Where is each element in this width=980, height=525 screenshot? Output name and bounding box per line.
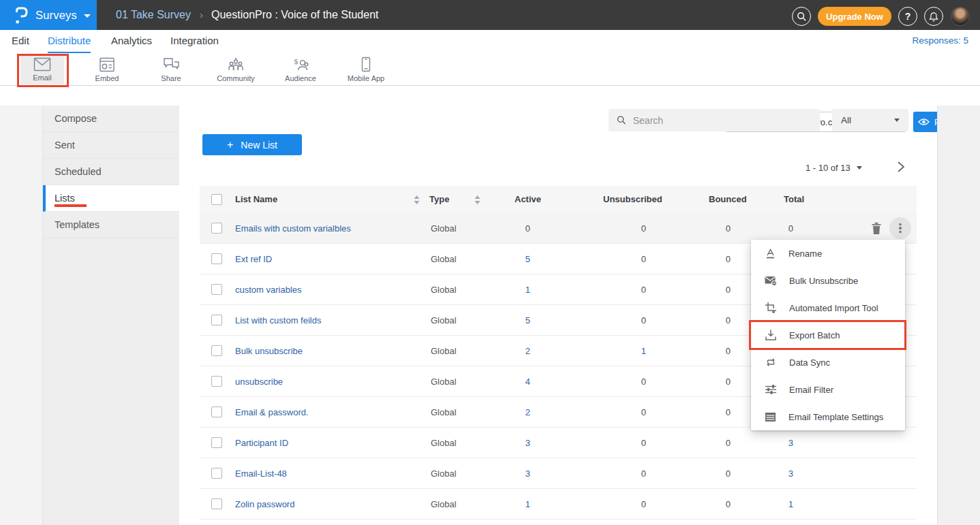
list-search-box xyxy=(609,109,820,131)
menu-item-data-sync[interactable]: Data Sync xyxy=(751,349,905,376)
channel-email[interactable]: Email xyxy=(20,54,64,84)
survey-section-tabs: Edit Distribute Analytics Integration Re… xyxy=(0,30,980,53)
channel-mobile-app[interactable]: Mobile App xyxy=(342,54,390,84)
menu-item-rename[interactable]: Rename xyxy=(751,240,905,267)
eye-icon xyxy=(918,118,930,126)
column-header-unsubscribed[interactable]: Unsubscribed xyxy=(603,186,662,213)
active-count: 0 xyxy=(493,213,530,244)
active-count[interactable]: 3 xyxy=(493,428,530,458)
channel-email-label: Email xyxy=(33,74,52,82)
row-checkbox[interactable] xyxy=(211,253,222,264)
bounced-count: 0 xyxy=(693,428,731,458)
list-name-link[interactable]: unsubscribe xyxy=(235,366,283,397)
questionpro-logo-icon xyxy=(14,6,29,25)
sidebar-item-scheduled[interactable]: Scheduled xyxy=(43,159,179,185)
active-count[interactable]: 5 xyxy=(493,244,530,274)
tab-analytics[interactable]: Analytics xyxy=(111,30,152,53)
tab-integration[interactable]: Integration xyxy=(170,30,219,53)
sidebar-item-compose[interactable]: Compose xyxy=(43,106,179,132)
list-name-link[interactable]: custom variables xyxy=(235,274,302,305)
email-template-settings-icon xyxy=(765,412,776,422)
upgrade-now-button[interactable]: Upgrade Now xyxy=(818,7,891,26)
list-name-link[interactable]: Zolin password xyxy=(235,489,294,520)
user-avatar[interactable] xyxy=(951,7,970,26)
column-header-bounced[interactable]: Bounced xyxy=(709,186,747,213)
plus-icon: + xyxy=(227,139,233,151)
notifications-button[interactable] xyxy=(924,7,943,26)
active-count[interactable]: 1 xyxy=(493,489,530,520)
column-header-active[interactable]: Active xyxy=(515,186,541,213)
list-name-link[interactable]: Bulk unsubscribe xyxy=(235,336,303,366)
sidebar-item-templates[interactable]: Templates xyxy=(43,212,179,238)
list-filter-value: All xyxy=(841,115,851,125)
unsubscribed-count: 0 xyxy=(609,244,646,274)
channel-embed-label: Embed xyxy=(95,74,119,82)
sort-icon[interactable] xyxy=(474,195,480,204)
active-count[interactable]: 2 xyxy=(493,397,530,428)
unsubscribed-count[interactable]: 1 xyxy=(609,336,646,366)
product-switcher[interactable]: Surveys xyxy=(0,0,97,30)
unsubscribed-count: 0 xyxy=(609,213,646,244)
channel-audience[interactable]: $ Audience xyxy=(279,54,322,84)
list-search-input[interactable] xyxy=(633,115,812,126)
global-search-button[interactable] xyxy=(792,7,811,26)
list-name-link[interactable]: Emails with custom varialbles xyxy=(235,213,351,244)
active-count[interactable]: 5 xyxy=(493,305,530,336)
new-list-button[interactable]: + New List xyxy=(202,134,302,155)
breadcrumb-survey-name[interactable]: 01 Take Survey xyxy=(116,0,191,30)
list-name-link[interactable]: Email & password. xyxy=(235,397,309,428)
list-type: Global xyxy=(431,397,457,428)
next-page-button[interactable] xyxy=(891,158,909,176)
row-checkbox[interactable] xyxy=(211,223,222,234)
menu-item-export-batch[interactable]: Export Batch xyxy=(751,321,905,349)
active-count[interactable]: 2 xyxy=(493,336,530,366)
list-filter-dropdown[interactable]: All xyxy=(832,109,908,131)
responses-count[interactable]: Responses: 5 xyxy=(912,30,968,52)
help-button[interactable]: ? xyxy=(898,7,917,26)
total-count[interactable]: 3 xyxy=(756,458,793,489)
sidebar-item-sent[interactable]: Sent xyxy=(43,132,179,159)
row-checkbox[interactable] xyxy=(211,407,222,417)
tab-distribute[interactable]: Distribute xyxy=(48,30,91,53)
list-name-link[interactable]: Email-List-48 xyxy=(235,458,287,489)
list-name-link[interactable]: Participant ID xyxy=(235,428,288,458)
select-all-checkbox[interactable] xyxy=(211,194,222,205)
total-count[interactable]: 1 xyxy=(756,489,793,520)
list-name-link[interactable]: List with custom feilds xyxy=(235,305,321,336)
row-checkbox[interactable] xyxy=(211,437,222,448)
sidebar-item-lists[interactable]: Lists xyxy=(43,185,179,212)
menu-item-automated-import-tool[interactable]: Automated Import Tool xyxy=(751,294,905,321)
new-list-label: New List xyxy=(241,140,277,150)
sidebar-item-sent-label: Sent xyxy=(55,140,75,150)
total-count[interactable]: 3 xyxy=(756,428,793,458)
row-actions-menu-button[interactable] xyxy=(889,217,911,239)
active-count[interactable]: 4 xyxy=(493,366,530,397)
row-checkbox[interactable] xyxy=(211,498,222,509)
app-screen: Surveys 01 Take Survey › QuestionPro : V… xyxy=(0,0,980,525)
pagination[interactable]: 1 - 10 of 13 xyxy=(806,161,862,174)
column-header-type[interactable]: Type xyxy=(429,186,449,213)
tab-edit[interactable]: Edit xyxy=(12,30,29,53)
active-count[interactable]: 3 xyxy=(493,458,530,489)
row-checkbox[interactable] xyxy=(211,376,222,387)
list-name-link[interactable]: Ext ref ID xyxy=(235,244,272,274)
channel-share[interactable]: Share xyxy=(149,54,193,84)
menu-item-bulk-unsubscribe[interactable]: Bulk Unsubscribe xyxy=(751,267,905,294)
active-count[interactable]: 1 xyxy=(493,274,530,305)
channel-embed[interactable]: Embed xyxy=(85,54,129,84)
channel-community[interactable]: Community xyxy=(214,54,258,84)
unsubscribed-count: 0 xyxy=(609,305,646,336)
table-header-row: List Name Type Active Unsubscribed Bounc… xyxy=(200,186,917,213)
column-header-total[interactable]: Total xyxy=(784,186,804,213)
menu-item-email-filter[interactable]: Email Filter xyxy=(751,376,905,403)
menu-item-email-template-settings[interactable]: Email Template Settings xyxy=(751,403,905,430)
row-checkbox[interactable] xyxy=(211,468,222,479)
sort-icon[interactable] xyxy=(414,195,420,204)
row-checkbox[interactable] xyxy=(211,315,222,325)
delete-list-button[interactable] xyxy=(871,222,882,235)
unsubscribed-count: 0 xyxy=(609,397,646,428)
column-header-list-name[interactable]: List Name xyxy=(235,186,277,213)
row-checkbox[interactable] xyxy=(211,284,222,295)
row-checkbox[interactable] xyxy=(211,345,222,356)
page-title: QuestionPro : Voice of the Student xyxy=(211,0,379,30)
